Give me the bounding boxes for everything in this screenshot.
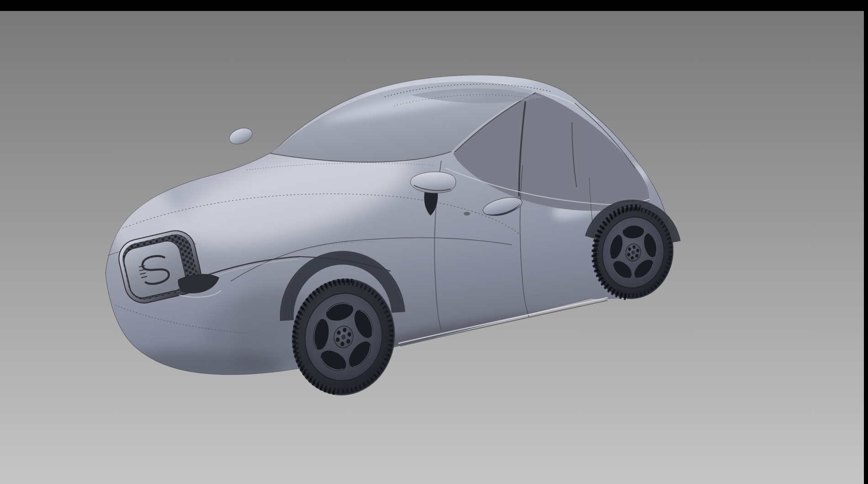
top-letterbox-bar: [0, 0, 868, 11]
cad-viewport[interactable]: [0, 11, 864, 484]
right-letterbox-bar: [864, 0, 868, 484]
hood-mark: [464, 212, 470, 216]
cad-canvas[interactable]: [0, 11, 864, 484]
screen: [0, 0, 868, 484]
